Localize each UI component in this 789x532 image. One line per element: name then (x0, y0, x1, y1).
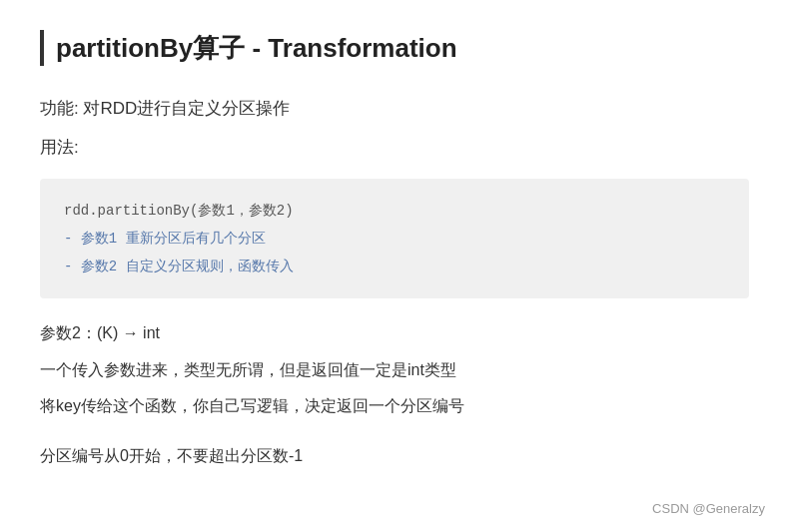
note-block: 分区编号从0开始，不要超出分区数-1 (40, 441, 749, 471)
title-section: partitionBy算子 - Transformation (40, 30, 749, 66)
code-line-3: - 参数2 自定义分区规则，函数传入 (64, 253, 725, 280)
code-line-1: rdd.partitionBy(参数1，参数2) (64, 197, 725, 225)
title-accent-bar (40, 30, 44, 66)
desc-line-1: 参数2：(K) → int (40, 318, 749, 348)
footer-text: CSDN @Generalzy (652, 501, 765, 516)
description-block: 参数2：(K) → int 一个传入参数进来，类型无所谓，但是返回值一定是int… (40, 318, 749, 421)
note-line-1: 分区编号从0开始，不要超出分区数-1 (40, 441, 749, 471)
desc-line-2: 一个传入参数进来，类型无所谓，但是返回值一定是int类型 (40, 355, 749, 385)
code-block: rdd.partitionBy(参数1，参数2) - 参数1 重新分区后有几个分… (40, 179, 749, 298)
code-line-2: - 参数1 重新分区后有几个分区 (64, 225, 725, 253)
function-description: 功能: 对RDD进行自定义分区操作 (40, 94, 749, 125)
page-title: partitionBy算子 - Transformation (56, 31, 457, 66)
usage-label: 用法: (40, 133, 749, 164)
desc-line-3: 将key传给这个函数，你自己写逻辑，决定返回一个分区编号 (40, 391, 749, 421)
